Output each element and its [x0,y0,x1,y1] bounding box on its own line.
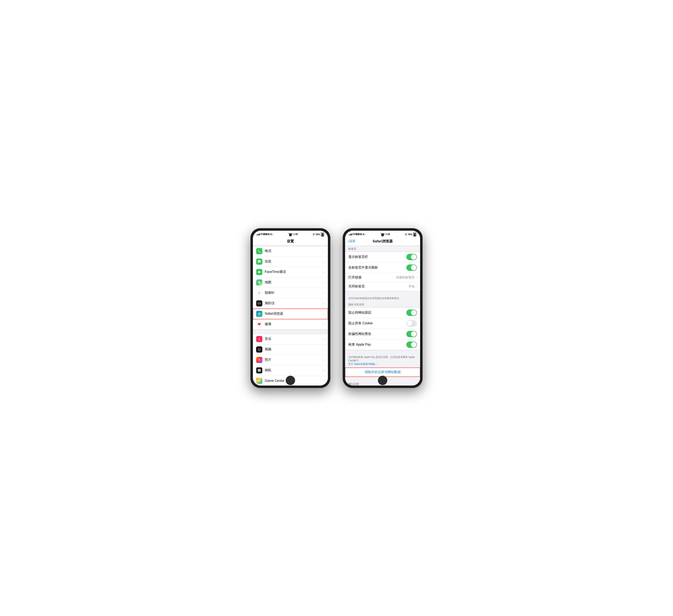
toggle-knob-6 [411,342,416,347]
svg-point-11 [259,313,260,314]
gamecenter-app-icon [256,378,262,384]
bar1-2 [349,235,350,235]
status-left-2: 中国移动 ▾⌂ [349,233,366,236]
clear-history-item[interactable]: 清除历史记录与网站数据 [345,368,420,377]
toggle-knob-4 [407,321,412,326]
block-cookies-item[interactable]: 阻止所有 Cookie [345,318,420,329]
apple-pay-toggle[interactable] [406,341,417,348]
clear-history-label: 清除历史记录与网站数据 [349,370,417,374]
close-tabs-item[interactable]: 关闭标签页 手动 › [345,282,420,291]
photos-app-icon [256,357,262,363]
show-icons-label: 在标签页中显示图标 [349,266,406,270]
show-tab-bar-item[interactable]: 显示标签页栏 [345,252,420,262]
bar3 [258,234,259,235]
settings-item-measure[interactable]: 测距仪 › [253,298,328,309]
tabs-settings-group: 显示标签页栏 在标签页中显示图标 打开链接 在新的标签页 › [345,252,420,291]
prevent-tracking-item[interactable]: 阻止跨网站跟踪 [345,307,420,318]
show-icons-toggle[interactable] [406,265,417,271]
toggle-knob-2 [411,265,416,270]
privacy-link[interactable]: 关于 Safari浏览器与隐私... [349,363,377,365]
open-links-label: 打开链接 [349,275,396,280]
prevent-tracking-label: 阻止跨网站跟踪 [349,311,406,315]
close-tabs-label: 关闭标签页 [349,284,408,289]
phone-2: 中国移动 ▾⌂ 下午 1:49 @ 78% ▓ ‹ 设置 Safari浏览器 标… [343,228,423,388]
photos-label: 照片 [265,358,323,362]
phone-chevron: › [323,250,324,253]
open-links-item[interactable]: 打开链接 在新的标签页 › [345,273,420,282]
show-tab-bar-toggle[interactable] [406,254,417,260]
settings-item-messages[interactable]: 信息 › [253,257,328,267]
measure-chevron: › [323,302,324,305]
battery-pct-2: 78% [408,233,412,236]
music-app-icon [256,336,262,342]
photos-chevron: › [323,358,324,362]
safari-app-icon [256,311,262,317]
privacy-footer: 允许网站检查 Apple Pay 是否已设置，以及您是否拥有 Apple Car… [345,354,420,367]
close-tabs-chevron: › [416,285,417,288]
settings-item-safari[interactable]: Safari浏览器 › [253,309,328,319]
wifi-icon-1: ▾⌂ [270,233,273,236]
svg-point-17 [259,381,260,382]
apple-pay-label: 检查 Apple Pay [349,342,406,347]
show-tab-bar-label: 显示标签页栏 [349,255,406,259]
compass-label: 指南针 [265,291,323,295]
settings-item-music[interactable]: 音乐 › [253,334,328,344]
messages-app-icon [256,259,262,265]
settings-item-photos[interactable]: 照片 › [253,355,328,365]
signal-bars-1 [257,233,260,235]
back-button[interactable]: ‹ 设置 [348,239,355,243]
close-tabs-value: 手动 [408,285,415,288]
settings-item-compass[interactable]: 指南针 › [253,288,328,298]
open-links-value: 在新的标签页 [396,276,415,279]
privacy-section-header: 隐私与安全性 [345,302,420,307]
back-chevron-icon: ‹ [348,239,349,243]
status-right-2: @ 78% ▓ [405,232,416,236]
show-icons-item[interactable]: 在标签页中显示图标 [345,262,420,273]
messages-chevron: › [323,260,324,263]
facetime-chevron: › [323,270,324,274]
block-cookies-toggle[interactable] [406,320,417,327]
home-button-1[interactable] [286,376,295,385]
toggle-knob-1 [411,254,416,260]
gamecenter-chevron: › [323,379,324,382]
settings-item-facetime[interactable]: FaceTime通话 › [253,267,328,277]
settings-item-tv[interactable]: tv 视频 › [253,344,328,355]
settings-item-camera[interactable]: 相机 › [253,365,328,376]
status-bar-2: 中国移动 ▾⌂ 下午 1:49 @ 78% ▓ [345,231,420,237]
fraud-warning-toggle[interactable] [406,331,417,337]
music-label: 音乐 [265,337,323,341]
settings-group-1: 电话 › 信息 › FaceTime通话 › [253,246,328,330]
block-cookies-label: 阻止所有 Cookie [349,321,406,325]
bar1 [257,235,257,235]
health-label: 健康 [265,322,323,326]
bar4-2 [352,233,352,235]
back-label: 设置 [349,239,355,243]
home-button-2[interactable] [378,376,387,385]
apple-pay-item[interactable]: 检查 Apple Pay [345,339,420,350]
privacy-settings-group: 阻止跨网站跟踪 阻止所有 Cookie 欺骗性网站警告 [345,307,420,350]
tabs-footer: 允许Safari浏览器自动关闭最近未查看的标签页。 [345,295,420,302]
open-links-chevron: › [416,276,417,279]
fraud-warning-item[interactable]: 欺骗性网站警告 [345,329,420,339]
settings-item-phone[interactable]: 电话 › [253,246,328,257]
fraud-warning-label: 欺骗性网站警告 [349,332,406,336]
settings-list-1[interactable]: 电话 › 信息 › FaceTime通话 › [253,246,328,385]
bar3-2 [351,234,351,235]
prevent-tracking-toggle[interactable] [406,310,417,316]
maps-app-icon [256,279,262,286]
bar2 [258,234,258,235]
time-2: 下午 1:49 [380,233,390,236]
health-app-icon [256,321,262,327]
carrier-2: 中国移动 [353,233,362,236]
camera-label: 相机 [265,368,323,372]
settings-item-health[interactable]: 健康 › [253,319,328,329]
page-title-2: Safari浏览器 [373,239,393,244]
measure-label: 测距仪 [265,301,323,305]
tv-label: 视频 [265,347,323,351]
settings-item-maps[interactable]: 地图 › [253,277,328,288]
phone-1: 中国移动 ▾⌂ 下午 1:49 @ 78% ▓ 设置 电话 [250,228,330,388]
nav-bar-2: ‹ 设置 Safari浏览器 [345,237,420,246]
status-left-1: 中国移动 ▾⌂ [257,233,273,236]
safari-settings-content[interactable]: 标签页 显示标签页栏 在标签页中显示图标 打开链接 在新的标签页 [345,246,420,385]
time-1: 下午 1:49 [288,233,298,236]
